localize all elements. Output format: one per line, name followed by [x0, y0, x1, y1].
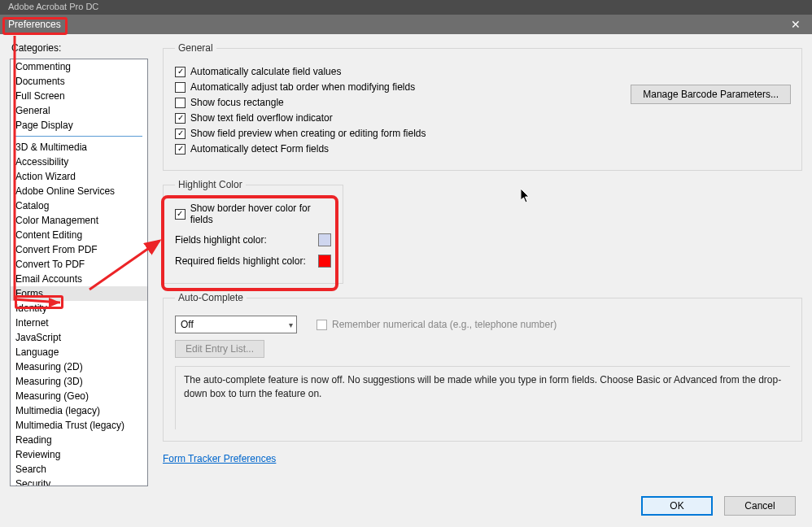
highlight-group: Highlight Color Show border hover color … [163, 179, 343, 284]
category-item[interactable]: Full Screen [11, 89, 147, 103]
label-preview: Show field preview when creating or edit… [190, 128, 426, 139]
label-auto-tab: Automatically adjust tab order when modi… [190, 81, 415, 93]
edit-entry-list-button: Edit Entry List... [175, 340, 264, 358]
general-group: General Automatically calculate field va… [163, 42, 802, 171]
label-required-color: Required fields highlight color: [175, 255, 313, 267]
categories-panel: Categories: CommentingDocumentsFull Scre… [10, 42, 148, 486]
category-item[interactable]: General [11, 103, 147, 118]
dialog-title-bar[interactable]: Preferences ✕ [0, 15, 812, 34]
category-item[interactable]: Measuring (Geo) [11, 389, 147, 403]
category-item[interactable]: Measuring (3D) [11, 374, 147, 389]
dialog-title: Preferences [0, 16, 69, 33]
category-item[interactable]: Accessibility [11, 155, 147, 169]
category-item[interactable]: Reviewing [11, 447, 147, 462]
category-item[interactable]: Convert From PDF [11, 242, 147, 257]
ok-button[interactable]: OK [641, 496, 713, 516]
settings-panel: General Automatically calculate field va… [163, 42, 802, 486]
category-item[interactable]: Documents [11, 74, 147, 89]
category-item[interactable]: Identity [11, 301, 147, 316]
cancel-button[interactable]: Cancel [724, 496, 796, 516]
app-title-bar: Adobe Acrobat Pro DC [0, 0, 812, 15]
category-item[interactable]: Forms [11, 286, 147, 301]
autocomplete-legend: Auto-Complete [175, 292, 247, 303]
form-tracker-link[interactable]: Form Tracker Preferences [163, 453, 276, 464]
label-fields-color: Fields highlight color: [175, 234, 313, 246]
label-overflow: Show text field overflow indicator [190, 112, 333, 124]
checkbox-focus-rect[interactable] [175, 98, 186, 108]
checkbox-preview[interactable] [175, 128, 186, 139]
category-item[interactable]: Convert To PDF [11, 257, 147, 272]
label-auto-calc: Automatically calculate field values [190, 66, 341, 77]
checkbox-auto-calc[interactable] [175, 67, 186, 77]
label-remember: Remember numerical data (e.g., telephone… [332, 319, 557, 330]
category-item[interactable]: Security [11, 477, 147, 486]
category-item[interactable]: 3D & Multimedia [11, 140, 147, 155]
checkbox-remember [317, 320, 327, 330]
chevron-down-icon: ▾ [289, 320, 293, 329]
category-item[interactable]: Internet [11, 316, 147, 330]
category-item[interactable]: JavaScript [11, 330, 147, 345]
category-item[interactable]: Measuring (2D) [11, 359, 147, 374]
autocomplete-description: The auto-complete feature is now off. No… [175, 366, 790, 429]
close-icon[interactable]: ✕ [779, 15, 812, 34]
dialog-footer: OK Cancel [0, 486, 812, 527]
category-item[interactable]: Search [11, 462, 147, 477]
category-item[interactable]: Action Wizard [11, 169, 147, 184]
categories-label: Categories: [10, 42, 148, 54]
category-item[interactable]: Language [11, 345, 147, 359]
category-item[interactable]: Catalog [11, 198, 147, 213]
fields-color-swatch[interactable] [318, 233, 331, 246]
category-item[interactable]: Page Display [11, 118, 147, 133]
label-detect: Automatically detect Form fields [190, 143, 329, 155]
category-item[interactable]: Content Editing [11, 228, 147, 242]
checkbox-auto-tab[interactable] [175, 82, 186, 93]
autocomplete-selected: Off [181, 319, 194, 330]
categories-list[interactable]: CommentingDocumentsFull ScreenGeneralPag… [10, 59, 148, 486]
category-divider [15, 136, 142, 137]
category-item[interactable]: Multimedia (legacy) [11, 403, 147, 418]
checkbox-show-border[interactable] [175, 209, 186, 220]
dialog-body: Categories: CommentingDocumentsFull Scre… [0, 34, 812, 486]
checkbox-detect[interactable] [175, 144, 186, 155]
category-item[interactable]: Commenting [11, 59, 147, 74]
autocomplete-select[interactable]: Off ▾ [175, 316, 297, 333]
category-item[interactable]: Multimedia Trust (legacy) [11, 418, 147, 433]
category-item[interactable]: Color Management [11, 213, 147, 228]
label-focus-rect: Show focus rectangle [190, 97, 284, 108]
category-item[interactable]: Adobe Online Services [11, 184, 147, 198]
autocomplete-group: Auto-Complete Off ▾ Remember numerical d… [163, 292, 802, 442]
category-item[interactable]: Reading [11, 433, 147, 447]
app-title: Adobe Acrobat Pro DC [8, 2, 98, 11]
category-item[interactable]: Email Accounts [11, 272, 147, 286]
general-legend: General [175, 42, 216, 54]
checkbox-overflow[interactable] [175, 113, 186, 124]
required-color-swatch[interactable] [318, 255, 331, 268]
label-show-border: Show border hover color for fields [190, 203, 331, 225]
preferences-dialog: Preferences ✕ Categories: CommentingDocu… [0, 15, 812, 527]
highlight-legend: Highlight Color [175, 179, 246, 190]
manage-barcode-button[interactable]: Manage Barcode Parameters... [631, 85, 791, 104]
